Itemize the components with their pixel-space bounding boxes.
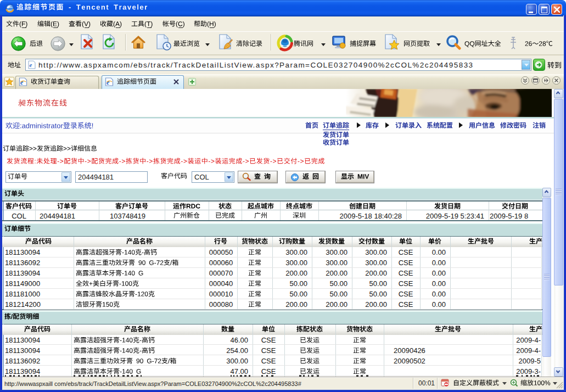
svg-text:e: e: [30, 61, 32, 68]
